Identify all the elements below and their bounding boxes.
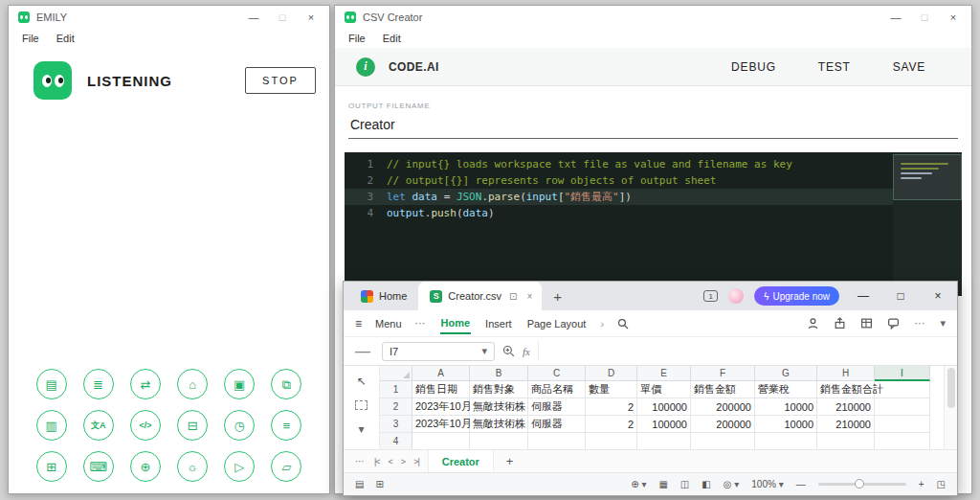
comment-icon[interactable] bbox=[887, 317, 900, 330]
zoom-search-icon[interactable] bbox=[502, 345, 515, 357]
test-button[interactable]: TEST bbox=[818, 60, 851, 74]
cell-I4[interactable] bbox=[875, 433, 930, 449]
select-all-corner[interactable] bbox=[380, 366, 412, 381]
column-header-I[interactable]: I bbox=[875, 366, 930, 381]
cell-G2[interactable]: 10000 bbox=[755, 398, 817, 416]
name-box[interactable]: I7 ▾ bbox=[382, 342, 495, 361]
screenshot-icon[interactable]: ▣ bbox=[224, 369, 255, 399]
column-header-E[interactable]: E bbox=[637, 366, 691, 381]
close-button[interactable]: × bbox=[939, 11, 968, 23]
cell-F2[interactable]: 200000 bbox=[691, 398, 755, 416]
column-header-H[interactable]: H bbox=[817, 366, 875, 381]
maximize-button[interactable]: □ bbox=[887, 289, 914, 303]
cell-C3[interactable]: 伺服器 bbox=[528, 416, 586, 433]
tab-close-icon[interactable]: × bbox=[524, 291, 534, 302]
close-button[interactable]: × bbox=[297, 11, 325, 23]
cell-B3[interactable]: 無敵技術株 bbox=[470, 416, 528, 433]
cell-C2[interactable]: 伺服器 bbox=[528, 398, 586, 416]
cell-E3[interactable]: 100000 bbox=[637, 416, 691, 433]
save-button[interactable]: SAVE bbox=[893, 60, 925, 74]
row-header-2[interactable]: 2 bbox=[380, 398, 412, 416]
translate-icon[interactable]: 文A bbox=[83, 410, 114, 441]
cell-A2[interactable]: 2023年10月 bbox=[412, 398, 470, 416]
new-document-icon[interactable]: ▤ bbox=[36, 369, 67, 399]
selection-box-icon[interactable] bbox=[355, 400, 368, 410]
cell-checker-icon[interactable]: ⊕ ▾ bbox=[631, 479, 646, 489]
collapse-ribbon-icon[interactable]: ▾ bbox=[940, 317, 946, 330]
zoom-slider-thumb[interactable] bbox=[855, 479, 864, 489]
cell-E4[interactable] bbox=[637, 433, 691, 449]
keyboard-icon[interactable]: ⌨ bbox=[83, 451, 114, 482]
cell-I3[interactable] bbox=[875, 416, 930, 433]
zoom-slider[interactable] bbox=[818, 483, 906, 486]
vertical-scrollbar[interactable] bbox=[944, 366, 957, 449]
add-sheet-button[interactable]: + bbox=[502, 454, 518, 468]
ribbon-tab-page-layout[interactable]: Page Layout bbox=[526, 313, 588, 333]
new-tab-button[interactable]: + bbox=[542, 288, 573, 305]
hamburger-icon[interactable]: ≡ bbox=[355, 317, 362, 330]
minimize-button[interactable]: — bbox=[881, 11, 910, 23]
ribbon-tab-home[interactable]: Home bbox=[440, 312, 472, 334]
column-header-F[interactable]: F bbox=[691, 366, 755, 381]
code-editor[interactable]: 1// input{} loads workspace txt file as … bbox=[345, 152, 962, 296]
home-icon[interactable]: ⌂ bbox=[177, 369, 208, 399]
column-header-B[interactable]: B bbox=[470, 366, 528, 381]
cell-E2[interactable]: 100000 bbox=[637, 398, 691, 416]
print-icon[interactable]: ⊟ bbox=[177, 410, 208, 441]
zoom-out-button[interactable]: — bbox=[796, 479, 806, 489]
code-line[interactable]: 4output.push(data) bbox=[345, 205, 962, 221]
tab-creator-csv[interactable]: S Creator.csv ⊡ × bbox=[418, 282, 542, 310]
share-user-icon[interactable] bbox=[807, 317, 819, 330]
cell-H2[interactable]: 210000 bbox=[817, 398, 875, 416]
prev-sheet-icon[interactable]: < bbox=[389, 457, 392, 466]
cell-E1[interactable]: 單價 bbox=[637, 381, 691, 398]
archive-icon[interactable]: ⊞ bbox=[36, 451, 67, 482]
cell-C4[interactable] bbox=[528, 433, 586, 449]
code-icon[interactable]: </> bbox=[130, 410, 161, 441]
minimize-button[interactable]: — bbox=[850, 289, 877, 303]
cell-B1[interactable]: 銷售對象 bbox=[470, 381, 528, 398]
menu-file[interactable]: File bbox=[348, 33, 366, 44]
grid-settings-icon[interactable]: ⊞ bbox=[375, 479, 383, 489]
cell-H4[interactable] bbox=[817, 433, 875, 449]
tab-preview-icon[interactable]: ⊡ bbox=[507, 291, 519, 302]
idea-icon[interactable]: ☼ bbox=[177, 451, 208, 482]
cell-I2[interactable] bbox=[875, 398, 930, 416]
cell-A4[interactable] bbox=[412, 433, 470, 449]
avatar[interactable] bbox=[728, 288, 744, 304]
sheet-options-icon[interactable]: ⋯ bbox=[355, 456, 366, 466]
column-header-G[interactable]: G bbox=[755, 366, 817, 381]
target-icon[interactable]: ⊕ bbox=[130, 451, 161, 482]
timer-icon[interactable]: ◷ bbox=[224, 410, 255, 441]
output-filename-input[interactable]: Creator bbox=[348, 110, 958, 139]
maximize-button[interactable]: □ bbox=[268, 11, 297, 23]
split-view-icon[interactable]: ◧ bbox=[702, 479, 710, 489]
zoom-in-button[interactable]: + bbox=[919, 479, 924, 489]
run-script-icon[interactable]: ▷ bbox=[224, 451, 255, 482]
copy-icon[interactable]: ⧉ bbox=[271, 369, 301, 399]
export-icon[interactable] bbox=[834, 317, 846, 330]
list-icon[interactable]: ≣ bbox=[83, 369, 114, 399]
collapse-icon[interactable]: — bbox=[351, 343, 374, 360]
cell-A1[interactable]: 銷售日期 bbox=[412, 381, 470, 398]
zoom-level[interactable]: 100% ▾ bbox=[751, 479, 783, 489]
fullscreen-icon[interactable]: ◳ bbox=[937, 479, 946, 489]
strip-caret-icon[interactable]: ▾ bbox=[358, 422, 364, 436]
close-button[interactable]: × bbox=[924, 289, 951, 303]
tasks-icon[interactable]: ≡ bbox=[271, 410, 301, 441]
row-header-4[interactable]: 4 bbox=[380, 433, 412, 449]
upgrade-button[interactable]: ϟ Upgrade now bbox=[754, 286, 839, 306]
cell-D1[interactable]: 數量 bbox=[586, 381, 637, 398]
column-header-A[interactable]: A bbox=[412, 366, 470, 381]
cell-G4[interactable] bbox=[755, 433, 817, 449]
code-line[interactable]: 2// output[{}] represents row objects of… bbox=[345, 172, 962, 189]
next-sheet-icon[interactable]: > bbox=[401, 457, 405, 466]
column-header-D[interactable]: D bbox=[586, 366, 637, 381]
more-icon[interactable]: ⋯ bbox=[415, 317, 427, 330]
cell-F3[interactable]: 200000 bbox=[691, 416, 755, 433]
cell-C1[interactable]: 商品名稱 bbox=[528, 381, 586, 398]
cell-H3[interactable]: 210000 bbox=[817, 416, 875, 433]
table-edit-icon[interactable] bbox=[860, 317, 873, 330]
repeat-icon[interactable]: ⇄ bbox=[130, 369, 161, 399]
reading-mode-icon[interactable]: ◎ ▾ bbox=[724, 479, 740, 489]
